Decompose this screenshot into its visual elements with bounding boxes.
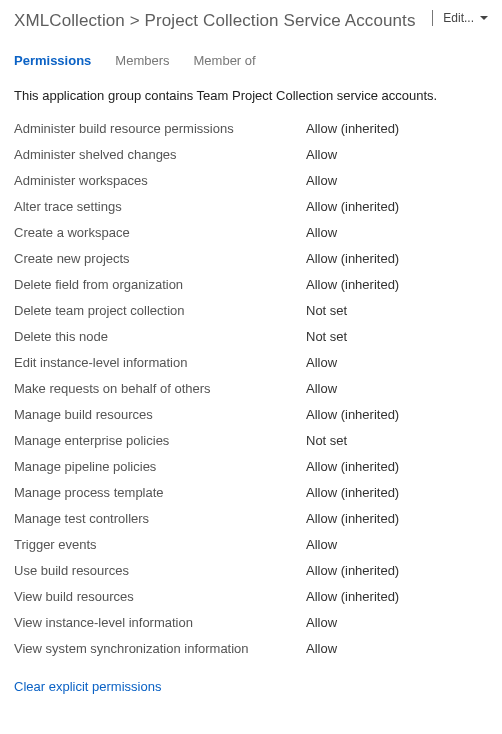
permission-row[interactable]: Delete team project collectionNot set [14,297,488,323]
permission-row[interactable]: Manage enterprise policiesNot set [14,427,488,453]
permission-row[interactable]: Create a workspaceAllow [14,219,488,245]
permission-row[interactable]: Administer shelved changesAllow [14,141,488,167]
permission-value: Allow [306,537,337,552]
permission-name: Administer workspaces [14,173,306,188]
tab-members[interactable]: Members [115,53,169,68]
permission-name: Delete team project collection [14,303,306,318]
group-description: This application group contains Team Pro… [14,88,488,103]
permission-row[interactable]: Use build resourcesAllow (inherited) [14,557,488,583]
permission-row[interactable]: Create new projectsAllow (inherited) [14,245,488,271]
permissions-table: Administer build resource permissionsAll… [14,115,488,661]
permission-row[interactable]: Manage pipeline policiesAllow (inherited… [14,453,488,479]
permission-value: Not set [306,433,347,448]
permission-value: Allow (inherited) [306,251,399,266]
permission-value: Allow [306,225,337,240]
permission-name: View instance-level information [14,615,306,630]
permission-name: View system synchronization information [14,641,306,656]
permission-name: Create a workspace [14,225,306,240]
permission-value: Not set [306,329,347,344]
permission-value: Not set [306,303,347,318]
permission-value: Allow (inherited) [306,277,399,292]
permission-row[interactable]: Delete field from organizationAllow (inh… [14,271,488,297]
permission-value: Allow [306,615,337,630]
permission-name: Alter trace settings [14,199,306,214]
permission-value: Allow (inherited) [306,589,399,604]
permission-row[interactable]: Make requests on behalf of othersAllow [14,375,488,401]
permission-name: Trigger events [14,537,306,552]
header: XMLCollection > Project Collection Servi… [14,10,488,31]
edit-menu-button[interactable]: Edit... [432,10,488,26]
tab-permissions[interactable]: Permissions [14,53,91,68]
permission-name: Use build resources [14,563,306,578]
permission-value: Allow [306,147,337,162]
permission-name: View build resources [14,589,306,604]
permission-name: Delete this node [14,329,306,344]
permission-row[interactable]: View build resourcesAllow (inherited) [14,583,488,609]
permission-row[interactable]: Delete this nodeNot set [14,323,488,349]
separator [432,10,433,26]
permission-name: Administer build resource permissions [14,121,306,136]
clear-explicit-permissions-link[interactable]: Clear explicit permissions [14,679,488,694]
permission-name: Manage test controllers [14,511,306,526]
permission-value: Allow [306,641,337,656]
permission-name: Delete field from organization [14,277,306,292]
permission-name: Manage process template [14,485,306,500]
permission-value: Allow [306,173,337,188]
permission-row[interactable]: Alter trace settingsAllow (inherited) [14,193,488,219]
permission-value: Allow (inherited) [306,407,399,422]
tabs: Permissions Members Member of [14,53,488,68]
permission-row[interactable]: View instance-level informationAllow [14,609,488,635]
permission-value: Allow [306,355,337,370]
permission-name: Manage pipeline policies [14,459,306,474]
permission-name: Make requests on behalf of others [14,381,306,396]
permission-row[interactable]: Manage build resourcesAllow (inherited) [14,401,488,427]
breadcrumb: XMLCollection > Project Collection Servi… [14,11,415,31]
permission-value: Allow (inherited) [306,199,399,214]
permission-name: Administer shelved changes [14,147,306,162]
permission-name: Manage enterprise policies [14,433,306,448]
permission-row[interactable]: Trigger eventsAllow [14,531,488,557]
edit-label: Edit... [443,11,474,25]
permission-name: Create new projects [14,251,306,266]
tab-member-of[interactable]: Member of [194,53,256,68]
permission-value: Allow (inherited) [306,485,399,500]
permission-value: Allow (inherited) [306,563,399,578]
permission-row[interactable]: Administer build resource permissionsAll… [14,115,488,141]
permission-value: Allow [306,381,337,396]
permission-row[interactable]: Manage process templateAllow (inherited) [14,479,488,505]
permission-value: Allow (inherited) [306,121,399,136]
permission-name: Edit instance-level information [14,355,306,370]
permission-row[interactable]: Edit instance-level informationAllow [14,349,488,375]
permission-value: Allow (inherited) [306,511,399,526]
permission-value: Allow (inherited) [306,459,399,474]
permission-row[interactable]: Administer workspacesAllow [14,167,488,193]
permission-row[interactable]: View system synchronization informationA… [14,635,488,661]
permission-row[interactable]: Manage test controllersAllow (inherited) [14,505,488,531]
permission-name: Manage build resources [14,407,306,422]
chevron-down-icon [480,16,488,21]
